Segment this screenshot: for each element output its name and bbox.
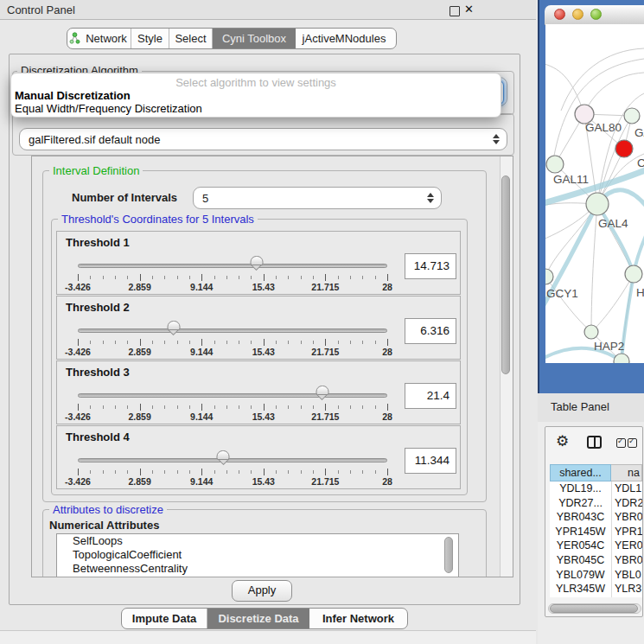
- table-row[interactable]: YIL052CYIL0: [550, 596, 642, 597]
- table-cell[interactable]: YDL19...: [550, 481, 611, 496]
- table-cell[interactable]: YDL1: [615, 481, 641, 496]
- tab-impute-data[interactable]: Impute Data: [122, 609, 207, 628]
- table-cell[interactable]: YLR3: [615, 582, 641, 596]
- bottom-tab-bar: Impute Data Discretize Data Infer Networ…: [121, 608, 408, 629]
- threshold-2-slider-thumb[interactable]: [167, 321, 180, 336]
- algorithm-option-manual[interactable]: Manual Discretization: [15, 89, 131, 102]
- threshold-4-box: Threshold 4 -3.4262.8599.14415.4321.7152…: [56, 425, 461, 489]
- threshold-2-value-field[interactable]: 6.316: [405, 318, 456, 344]
- table-cell[interactable]: YBR0: [615, 553, 642, 568]
- network-node[interactable]: [625, 265, 642, 283]
- slider-tick-label: -3.426: [65, 347, 91, 357]
- table-row[interactable]: YBR043CYBR0: [550, 510, 642, 525]
- network-node[interactable]: [586, 193, 609, 215]
- table-cell[interactable]: YBL079W: [550, 568, 611, 583]
- network-node-label: HA: [636, 286, 644, 299]
- table-cell[interactable]: YIL052C: [550, 596, 611, 597]
- gear-icon[interactable]: ⚙: [556, 433, 569, 450]
- table-data-combo-stepper[interactable]: [493, 134, 500, 144]
- network-node[interactable]: [614, 354, 629, 363]
- threshold-3-box: Threshold 3 -3.4262.8599.14415.4321.7152…: [56, 360, 461, 424]
- threshold-3-slider-track[interactable]: [78, 393, 387, 398]
- apply-button[interactable]: Apply: [232, 580, 292, 602]
- table-cell[interactable]: YER0: [615, 539, 642, 553]
- network-node[interactable]: [546, 156, 564, 173]
- table-cell[interactable]: YBR0: [615, 510, 642, 525]
- threshold-3-label: Threshold 3: [66, 366, 130, 379]
- table-data-combo[interactable]: galFiltered.sif default node: [19, 128, 507, 150]
- slider-tick-label: 28: [382, 411, 392, 422]
- table-hscrollbar-thumb[interactable]: [550, 604, 638, 613]
- zoom-traffic-light-icon[interactable]: [590, 9, 602, 20]
- slider-tick-labels: -3.4262.8599.14415.4321.71528: [78, 347, 387, 357]
- table-cell[interactable]: YBR045C: [550, 553, 611, 568]
- table-row[interactable]: YBR045CYBR0: [550, 553, 642, 568]
- bottom-strip: [0, 630, 536, 644]
- tab-discretize-data-label: Discretize Data: [216, 612, 300, 625]
- threshold-4-value-field[interactable]: 11.344: [405, 448, 456, 474]
- close-traffic-light-icon[interactable]: [554, 9, 565, 20]
- threshold-1-slider-track[interactable]: [78, 264, 387, 268]
- float-window-icon[interactable]: [450, 6, 460, 16]
- table-row[interactable]: YPR145WYPR1: [550, 525, 642, 539]
- table-column-header-shared-name[interactable]: shared...: [550, 464, 611, 481]
- threshold-2-box: Threshold 2 -3.4262.8599.14415.4321.7152…: [56, 296, 461, 360]
- network-node[interactable]: [615, 140, 633, 157]
- table-row[interactable]: YER054CYER0: [550, 539, 642, 553]
- tab-style[interactable]: Style: [131, 29, 169, 48]
- threshold-2-slider-track[interactable]: [78, 328, 387, 333]
- table-column-header-name[interactable]: na: [611, 464, 642, 481]
- app-root: Control Panel ✕ Network Style Select Cyn…: [0, 0, 644, 644]
- threshold-3-slider-thumb[interactable]: [316, 386, 328, 401]
- tab-cyni-toolbox-label: Cyni Toolbox: [220, 32, 288, 45]
- network-window-titlebar[interactable]: [545, 5, 644, 25]
- table-cell[interactable]: YPR1: [615, 525, 642, 539]
- network-canvas[interactable]: GAL80GACDGAL11GAL4GCY1HAHAP2: [545, 24, 644, 363]
- checkbox-icon[interactable]: [628, 438, 637, 448]
- numerical-attributes-list[interactable]: SelfLoopsTopologicalCoefficientBetweenne…: [56, 533, 459, 577]
- table-cell[interactable]: YDR2: [615, 496, 642, 511]
- table-row[interactable]: YDL19...YDL1: [550, 481, 642, 496]
- split-columns-icon[interactable]: [587, 436, 602, 449]
- threshold-3-value-field[interactable]: 21.4: [405, 383, 456, 409]
- attribute-list-item[interactable]: TopologicalCoefficient: [57, 548, 458, 562]
- close-icon[interactable]: ✕: [464, 3, 474, 16]
- threshold-1-slider-thumb[interactable]: [250, 256, 263, 271]
- table-row[interactable]: YLR345WYLR3: [550, 582, 642, 596]
- threshold-4-slider-track[interactable]: [78, 458, 387, 462]
- table-row[interactable]: YDR27...YDR2: [550, 496, 642, 511]
- algorithm-option-equal-width[interactable]: Equal Width/Frequency Discretization: [15, 102, 202, 115]
- attribute-list-item[interactable]: SelfLoops: [57, 534, 458, 548]
- tab-select[interactable]: Select: [169, 29, 213, 48]
- attributes-list-scrollbar[interactable]: [444, 537, 453, 573]
- threshold-1-value-field[interactable]: 14.713: [405, 253, 456, 279]
- network-node-label: HAP2: [594, 340, 624, 353]
- table-cell[interactable]: YLR345W: [550, 582, 611, 596]
- number-of-intervals-spinner[interactable]: 5: [193, 187, 442, 209]
- tab-jactivemnodules[interactable]: jActiveMNodules: [296, 29, 392, 48]
- table-cell[interactable]: YDR27...: [550, 496, 611, 511]
- threshold-4-slider-thumb[interactable]: [217, 450, 230, 466]
- tab-network[interactable]: Network: [67, 29, 131, 48]
- network-node[interactable]: [584, 325, 598, 339]
- table-cell[interactable]: YER054C: [550, 539, 611, 553]
- table-cell[interactable]: YBR043C: [550, 510, 611, 525]
- attribute-list-item[interactable]: BetweennessCentrality: [57, 562, 458, 576]
- tab-infer-network[interactable]: Infer Network: [309, 609, 407, 628]
- column-separator: [611, 481, 612, 597]
- tab-cyni-toolbox[interactable]: Cyni Toolbox: [213, 29, 296, 48]
- tab-discretize-data[interactable]: Discretize Data: [207, 609, 309, 628]
- table-rows[interactable]: YDL19...YDL1YDR27...YDR2YBR043CYBR0YPR14…: [550, 481, 642, 597]
- checkbox-icon[interactable]: [616, 438, 626, 448]
- table-cell[interactable]: YIL0: [615, 596, 637, 597]
- table-row[interactable]: YBL079WYBL0: [550, 568, 642, 583]
- network-node[interactable]: [545, 269, 553, 284]
- slider-tick-label: -3.426: [65, 282, 91, 292]
- table-cell[interactable]: YPR145W: [550, 525, 611, 539]
- minimize-traffic-light-icon[interactable]: [572, 9, 583, 20]
- table-cell[interactable]: YBL0: [615, 568, 641, 583]
- number-of-intervals-stepper[interactable]: [427, 193, 434, 203]
- network-node[interactable]: [624, 108, 640, 124]
- scrollpane-scrollbar-thumb[interactable]: [501, 175, 510, 374]
- slider-tick-label: 15.43: [252, 411, 275, 422]
